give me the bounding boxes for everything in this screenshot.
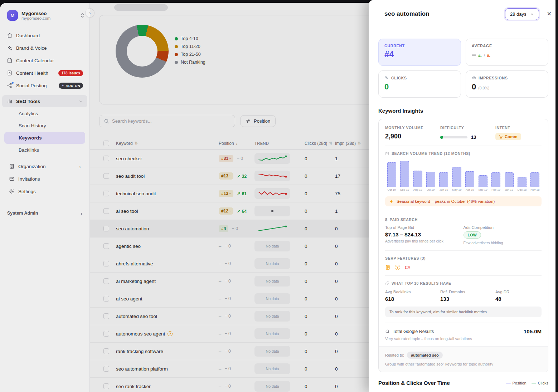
date-range-select[interactable]: 28 days bbox=[505, 8, 539, 20]
sidebar-item-invitations[interactable]: Invitations bbox=[4, 173, 85, 185]
keyword-cell: ahrefs alternative bbox=[116, 261, 219, 266]
issues-badge: 178 Issues bbox=[58, 70, 83, 76]
trend-pill bbox=[254, 188, 290, 199]
keyword-cell: ai seo agent bbox=[116, 296, 219, 302]
scrollbar-track[interactable] bbox=[555, 0, 558, 392]
cart-icon bbox=[499, 135, 503, 139]
trend-cell: No data bbox=[254, 276, 305, 286]
clicks-cell: 0 bbox=[305, 156, 335, 161]
row-checkbox[interactable] bbox=[103, 383, 109, 389]
position-change: ↗ 64 bbox=[237, 209, 247, 214]
row-checkbox[interactable] bbox=[103, 173, 109, 179]
volume-bar: Feb 19 bbox=[489, 161, 502, 191]
column-header-clicks[interactable]: Clicks (28d)⇅ bbox=[305, 141, 333, 146]
google-results: Total Google Results 105.0M bbox=[385, 328, 542, 334]
donut-hole bbox=[127, 36, 157, 67]
workspace-switcher[interactable]: M Mygomseo mygomseo.com bbox=[0, 8, 89, 23]
clicks-cell: 0 bbox=[305, 296, 335, 302]
position-badge: #13~ bbox=[219, 172, 233, 180]
row-checkbox[interactable] bbox=[103, 261, 109, 266]
sort-desc-icon: ↓ bbox=[236, 141, 238, 146]
clicks-cell: 0 bbox=[305, 279, 335, 284]
no-data-pill: No data bbox=[254, 276, 290, 286]
sidebar-item-label: Content Health bbox=[16, 70, 48, 76]
volume-bar: Nov 18 bbox=[529, 161, 542, 191]
competition-badge: LOW bbox=[464, 231, 481, 239]
sidebar-item-label: Organization bbox=[18, 164, 46, 169]
loading-skeleton bbox=[114, 4, 168, 11]
sidebar-item-keywords[interactable]: Keywords bbox=[4, 132, 85, 144]
position-change: − 0 bbox=[224, 366, 231, 371]
workspace-name: Mygomseo bbox=[21, 11, 50, 16]
sidebar-item-analytics[interactable]: Analytics bbox=[4, 108, 85, 119]
position-none: – bbox=[219, 366, 221, 372]
dollar-icon: $ bbox=[385, 217, 388, 222]
top10-label: WHAT TOP 10 RESULTS HAVE bbox=[385, 281, 542, 285]
position-cell: #13~↗ 32 bbox=[219, 172, 254, 180]
addon-badge: ✦ADD-ON bbox=[59, 83, 83, 89]
row-checkbox[interactable] bbox=[103, 331, 109, 337]
seo-tools-submenu: Analytics Scan History Keywords Backlink… bbox=[2, 108, 87, 156]
position-cell: –− 0 bbox=[219, 384, 254, 389]
keyword-cell: ai marketing agent bbox=[116, 279, 219, 284]
trend-dot bbox=[257, 207, 287, 215]
position-change: − 0 bbox=[237, 156, 243, 161]
trend-sparkline bbox=[257, 190, 287, 197]
sidebar-item-brand-voice[interactable]: Brand & Voice bbox=[2, 42, 87, 54]
trend-cell bbox=[254, 206, 305, 216]
select-all-checkbox[interactable] bbox=[103, 141, 109, 146]
position-none: – bbox=[219, 279, 221, 284]
avg-dr-value: 48 bbox=[495, 296, 542, 302]
row-checkbox[interactable] bbox=[103, 278, 109, 284]
sidebar-collapse-button[interactable]: › bbox=[85, 8, 94, 18]
clicks-cell: 0 bbox=[305, 384, 335, 389]
row-checkbox[interactable] bbox=[103, 208, 109, 214]
sidebar-item-system-admin[interactable]: System Admin › bbox=[2, 207, 87, 219]
related-keyword-chip[interactable]: automated seo bbox=[407, 352, 443, 359]
column-header-position[interactable]: Position↓ bbox=[219, 141, 238, 146]
volume-bar-chart: Oct 19Sep 19Aug 19Jul 19Jun 19May 19Apr … bbox=[385, 161, 542, 191]
monthly-volume-value: 2,900 bbox=[385, 133, 440, 140]
row-checkbox[interactable] bbox=[103, 366, 109, 372]
column-header-impressions[interactable]: Impr. (28d)⇅ bbox=[335, 141, 361, 146]
question-icon: ? bbox=[395, 265, 400, 270]
position-none: – bbox=[219, 261, 221, 266]
intent-badge: Comm bbox=[495, 133, 521, 140]
stat-card-current: CURRENT #4 bbox=[378, 39, 461, 66]
sidebar-item-social-posting[interactable]: Social Posting ✦ADD-ON bbox=[2, 79, 87, 92]
health-document-icon bbox=[6, 70, 13, 76]
trend-pill bbox=[254, 171, 290, 181]
sidebar-item-content-calendar[interactable]: Content Calendar bbox=[2, 54, 87, 67]
legend-item: Top 11-20 bbox=[175, 44, 205, 49]
trend-cell: No data bbox=[254, 346, 305, 357]
row-checkbox[interactable] bbox=[103, 313, 109, 319]
row-checkbox[interactable] bbox=[103, 191, 109, 196]
row-checkbox[interactable] bbox=[103, 348, 109, 354]
column-header-keyword[interactable]: Keyword⇅ bbox=[116, 141, 138, 146]
row-checkbox[interactable] bbox=[103, 156, 109, 161]
sliders-icon bbox=[246, 118, 251, 124]
search-input[interactable] bbox=[112, 118, 231, 124]
no-data-pill: No data bbox=[254, 363, 290, 374]
sidebar-item-dashboard[interactable]: Dashboard bbox=[2, 29, 87, 41]
position-filter-button[interactable]: Position bbox=[240, 115, 276, 127]
keyword-search[interactable] bbox=[99, 115, 235, 127]
close-icon[interactable]: ✕ bbox=[547, 11, 552, 17]
sidebar-item-backlinks[interactable]: Backlinks bbox=[4, 144, 85, 156]
sidebar-item-content-health[interactable]: Content Health 178 Issues bbox=[2, 67, 87, 79]
trend-sparkline bbox=[257, 172, 287, 180]
legend-dot bbox=[175, 53, 178, 56]
trend-cell bbox=[254, 153, 305, 164]
sidebar-item-seo-tools[interactable]: SEO Tools bbox=[2, 95, 87, 107]
mail-icon bbox=[9, 176, 15, 182]
impressions-cell: 0 bbox=[335, 226, 364, 231]
sidebar-item-organization[interactable]: Organization › bbox=[4, 160, 85, 172]
keyword-cell: seo checker bbox=[116, 156, 219, 161]
row-checkbox[interactable] bbox=[103, 226, 109, 231]
row-checkbox[interactable] bbox=[103, 296, 109, 302]
sidebar-item-settings[interactable]: Settings bbox=[4, 185, 85, 197]
sidebar-item-scan-history[interactable]: Scan History bbox=[4, 120, 85, 132]
position-cell: –− 0 bbox=[219, 296, 254, 302]
chevron-right-icon: › bbox=[79, 164, 81, 169]
row-checkbox[interactable] bbox=[103, 243, 109, 249]
